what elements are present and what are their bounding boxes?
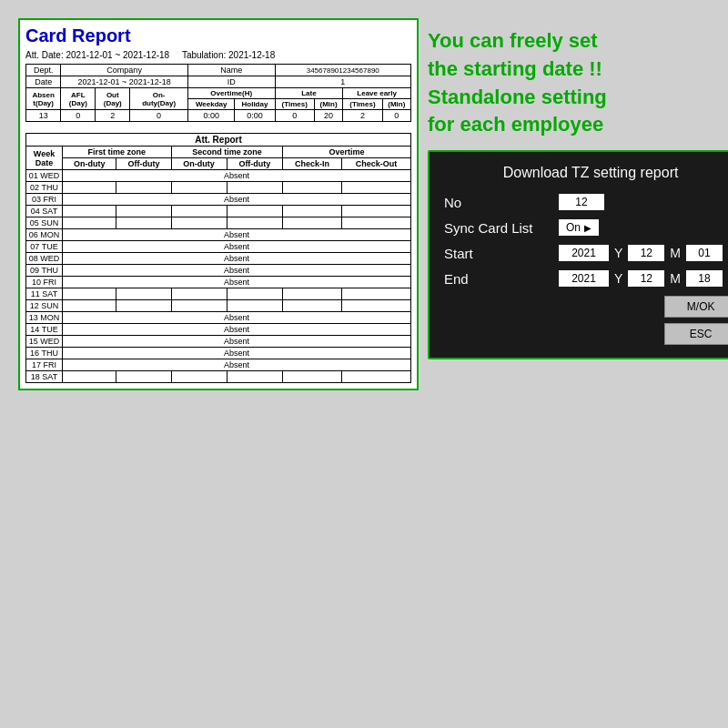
empty-cell [341, 288, 410, 300]
afl-val: 0 [61, 110, 96, 122]
empty-cell [227, 288, 283, 300]
day-cell: 07 TUE [26, 241, 63, 253]
tz-start-day[interactable]: 01 [686, 245, 723, 261]
tz-sync-label: Sync Card List [444, 220, 553, 236]
tabulation-label: Tabulation: [182, 50, 226, 60]
day-cell: 02 THU [26, 182, 63, 194]
esc-button[interactable]: ESC [664, 323, 728, 345]
leave-early-min-val: 0 [382, 110, 410, 122]
absent-cell: Absent [63, 170, 411, 182]
empty-cell [171, 288, 227, 300]
empty-cell [283, 182, 342, 194]
tz-no-row: No 12 [444, 194, 728, 210]
empty-cell [341, 300, 410, 312]
onduty-val: 0 [130, 110, 188, 122]
tz-buttons: M/OK ESC [444, 296, 728, 345]
empty-cell [283, 288, 342, 300]
empty-cell [227, 300, 283, 312]
late-min-val: 20 [314, 110, 342, 122]
on-duty-col: On-duty [63, 158, 116, 170]
empty-cell [171, 182, 227, 194]
empty-cell [341, 371, 410, 383]
empty-cell [283, 206, 342, 217]
absent-cell: Absent [63, 194, 411, 206]
absent-cell: Absent [63, 253, 411, 265]
overtime-header: Overtime [283, 147, 411, 158]
absent-day-header: Absent(Day) [26, 88, 61, 110]
card-report-title: Card Report [25, 25, 411, 46]
table-row: 03 FRIAbsent [26, 194, 411, 206]
ot-holiday-val: 0:00 [235, 110, 275, 122]
table-row: 15 WEDAbsent [26, 336, 411, 348]
tz-end-month[interactable]: 12 [628, 270, 664, 287]
att-report-table: Att. Report WeekDate First time zone Sec… [25, 133, 411, 383]
absent-val: 13 [26, 110, 61, 122]
holiday-header: Holiday [235, 99, 275, 110]
att-date-label: Att. Date: [25, 50, 64, 60]
tz-no-label: No [444, 195, 553, 210]
table-row: 11 SAT [26, 288, 411, 300]
tz-end-row: End 2021 Y 12 M 18 D [444, 270, 728, 287]
table-row: 17 FRIAbsent [26, 359, 411, 371]
company-label: Company [61, 65, 188, 76]
table-row: 05 SUN [26, 217, 411, 229]
tz-arrow-icon: ▶ [584, 223, 592, 233]
leave-early-min-header: (Min) [382, 99, 410, 110]
empty-cell [63, 300, 116, 312]
tz-end-m-unit: M [670, 271, 681, 286]
tz-start-month[interactable]: 12 [628, 245, 664, 261]
empty-cell [63, 288, 116, 300]
absent-cell: Absent [63, 229, 411, 241]
day-cell: 13 MON [26, 312, 63, 324]
day-cell: 03 FRI [26, 194, 63, 206]
day-cell: 16 THU [26, 348, 63, 359]
empty-cell [341, 206, 410, 217]
empty-cell [227, 217, 283, 229]
empty-cell [116, 288, 171, 300]
tz-end-day[interactable]: 18 [686, 270, 723, 287]
empty-cell [227, 206, 283, 217]
tz-end-year[interactable]: 2021 [559, 270, 609, 287]
tz-start-year[interactable]: 2021 [559, 245, 609, 261]
table-row: 08 WEDAbsent [26, 253, 411, 265]
att-date-value: 2021-12-01 ~ 2021-12-18 [66, 50, 169, 60]
empty-cell [63, 206, 116, 217]
table-row: 07 TUEAbsent [26, 241, 411, 253]
tz-start-y-unit: Y [614, 246, 622, 260]
ok-button[interactable]: M/OK [664, 296, 728, 318]
empty-cell [116, 217, 171, 229]
table-row: 13 MONAbsent [26, 312, 411, 324]
absent-cell: Absent [63, 312, 411, 324]
day-cell: 06 MON [26, 229, 63, 241]
empty-cell [63, 371, 116, 383]
leave-early-times-header: (Times) [343, 99, 382, 110]
date-value: 2021-12-01 ~ 2021-12-18 [61, 76, 188, 88]
absent-cell: Absent [63, 277, 411, 288]
day-cell: 08 WED [26, 253, 63, 265]
empty-cell [227, 182, 283, 194]
tz-panel: Download TZ setting report No 12 Sync Ca… [428, 150, 728, 359]
day-cell: 14 TUE [26, 324, 63, 336]
table-row: 04 SAT [26, 206, 411, 217]
late-header: Late [275, 88, 343, 99]
empty-cell [283, 217, 342, 229]
tz-no-value[interactable]: 12 [559, 194, 604, 210]
empty-cell [171, 371, 227, 383]
day-cell: 01 WED [26, 170, 63, 182]
att-report-header: Att. Report [26, 134, 411, 147]
leave-early-header: Leave early [343, 88, 411, 99]
on-duty2-col: On-duty [171, 158, 227, 170]
empty-cell [63, 217, 116, 229]
off-duty2-col: Off-duty [227, 158, 283, 170]
empty-cell [283, 300, 342, 312]
tz-sync-value[interactable]: On ▶ [559, 219, 599, 236]
tz-end-y-unit: Y [614, 271, 622, 286]
absent-cell: Absent [63, 359, 411, 371]
day-cell: 10 FRI [26, 277, 63, 288]
check-out-col: Check-Out [341, 158, 410, 170]
id-value: 1 [275, 76, 410, 88]
info-table: Dept. Company Name 345678901234567890 Da… [25, 64, 411, 122]
check-in-col: Check-In [283, 158, 342, 170]
table-row: 09 THUAbsent [26, 265, 411, 277]
promo-text: You can freely set the starting date !! … [428, 18, 728, 139]
